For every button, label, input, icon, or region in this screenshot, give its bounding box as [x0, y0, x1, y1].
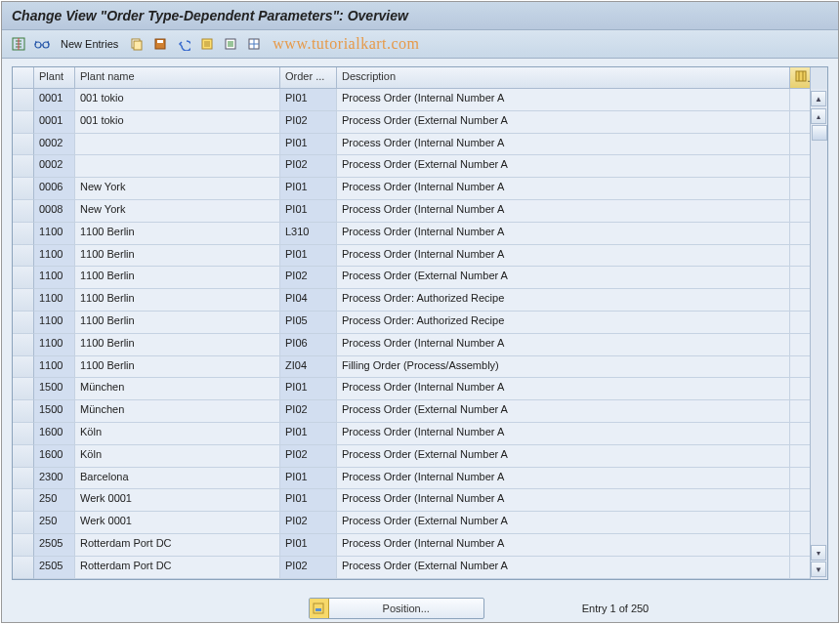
cell-plant[interactable]: 1500	[34, 400, 75, 423]
col-description[interactable]: Description	[337, 67, 790, 88]
table-settings-icon[interactable]	[245, 35, 263, 53]
cell-order[interactable]: PI01	[280, 178, 337, 200]
row-selector[interactable]	[13, 489, 34, 512]
cell-description[interactable]: Process Order (External Number A	[337, 111, 790, 134]
cell-order[interactable]: PI06	[280, 334, 337, 356]
row-selector[interactable]	[13, 200, 34, 223]
cell-plant[interactable]: 1100	[34, 267, 75, 289]
scroll-thumb[interactable]	[812, 125, 827, 141]
cell-plant-name[interactable]: 1100 Berlin	[75, 334, 280, 356]
cell-plant[interactable]: 250	[34, 489, 75, 512]
cell-plant-name[interactable]: 001 tokio	[75, 111, 280, 134]
cell-order[interactable]: ZI04	[280, 356, 337, 379]
cell-description[interactable]: Process Order (Internal Number A	[337, 334, 790, 356]
cell-plant-name[interactable]: Köln	[75, 445, 280, 468]
cell-order[interactable]: PI02	[280, 111, 337, 134]
delimit-icon[interactable]	[222, 35, 239, 53]
scroll-top-icon[interactable]: ▲	[811, 91, 826, 106]
cell-plant-name[interactable]: Werk 0001	[75, 489, 280, 512]
row-selector[interactable]	[13, 356, 34, 379]
cell-plant-name[interactable]: Werk 0001	[75, 512, 280, 534]
row-selector[interactable]	[13, 423, 34, 445]
cell-description[interactable]: Process Order (External Number A	[337, 557, 790, 579]
table-row[interactable]: 2505Rotterdam Port DCPI01Process Order (…	[13, 534, 810, 557]
col-plant-name[interactable]: Plant name	[75, 67, 280, 88]
cell-plant-name[interactable]: Barcelona	[75, 468, 280, 490]
table-row[interactable]: 11001100 BerlinL310Process Order (Intern…	[13, 223, 810, 245]
table-row[interactable]: 1500MünchenPI02Process Order (External N…	[13, 400, 810, 423]
cell-plant[interactable]: 1100	[34, 223, 75, 245]
cell-order[interactable]: PI01	[280, 134, 337, 156]
cell-description[interactable]: Filling Order (Process/Assembly)	[337, 356, 790, 379]
row-selector[interactable]	[13, 289, 34, 312]
cell-description[interactable]: Process Order (Internal Number A	[337, 378, 790, 400]
cell-description[interactable]: Process Order (Internal Number A	[337, 245, 790, 268]
cell-order[interactable]: PI02	[280, 267, 337, 289]
cell-plant-name[interactable]: Rotterdam Port DC	[75, 557, 280, 579]
row-selector[interactable]	[13, 334, 34, 356]
table-row[interactable]: 1600KölnPI01Process Order (Internal Numb…	[13, 423, 810, 445]
cell-plant-name[interactable]: Rotterdam Port DC	[75, 534, 280, 557]
row-selector[interactable]	[13, 378, 34, 400]
cell-order[interactable]: PI01	[280, 489, 337, 512]
cell-description[interactable]: Process Order (Internal Number A	[337, 423, 790, 445]
cell-plant[interactable]: 1600	[34, 445, 75, 468]
cell-description[interactable]: Process Order (Internal Number A	[337, 200, 790, 223]
cell-plant-name[interactable]: München	[75, 400, 280, 423]
cell-description[interactable]: Process Order: Authorized Recipe	[337, 312, 790, 334]
cell-plant-name[interactable]: 1100 Berlin	[75, 312, 280, 334]
undo-icon[interactable]	[175, 35, 192, 53]
table-row[interactable]: 250Werk 0001PI02Process Order (External …	[13, 512, 810, 534]
cell-order[interactable]: PI04	[280, 289, 337, 312]
cell-plant[interactable]: 0008	[34, 200, 75, 223]
cell-description[interactable]: Process Order (Internal Number A	[337, 89, 790, 111]
cell-order[interactable]: PI01	[280, 200, 337, 223]
new-entries-button[interactable]: New Entries	[57, 34, 122, 54]
cell-plant[interactable]: 1100	[34, 289, 75, 312]
scroll-bottom-icon[interactable]: ▼	[811, 562, 826, 577]
row-selector[interactable]	[13, 400, 34, 423]
cell-plant[interactable]: 1100	[34, 356, 75, 379]
col-order[interactable]: Order ...	[280, 67, 337, 88]
cell-description[interactable]: Process Order (Internal Number A	[337, 134, 790, 156]
cell-plant-name[interactable]: 1100 Berlin	[75, 289, 280, 312]
cell-description[interactable]: Process Order (External Number A	[337, 512, 790, 534]
cell-plant[interactable]: 1500	[34, 378, 75, 400]
row-selector[interactable]	[13, 89, 34, 111]
cell-description[interactable]: Process Order (Internal Number A	[337, 534, 790, 557]
table-row[interactable]: 11001100 BerlinZI04Filling Order (Proces…	[13, 356, 810, 379]
cell-plant-name[interactable]: 1100 Berlin	[75, 245, 280, 268]
table-row[interactable]: 0006New YorkPI01Process Order (Internal …	[13, 178, 810, 200]
row-selector[interactable]	[13, 534, 34, 557]
row-selector[interactable]	[13, 267, 34, 289]
cell-plant[interactable]: 1600	[34, 423, 75, 445]
cell-description[interactable]: Process Order (External Number A	[337, 267, 790, 289]
table-row[interactable]: 0002PI02Process Order (External Number A	[13, 155, 810, 178]
cell-order[interactable]: PI02	[280, 445, 337, 468]
cell-plant-name[interactable]: 001 tokio	[75, 89, 280, 111]
position-button[interactable]: Position...	[309, 598, 484, 619]
cell-plant[interactable]: 0002	[34, 134, 75, 156]
table-row[interactable]: 0002PI01Process Order (Internal Number A	[13, 134, 810, 156]
copy-icon[interactable]	[128, 35, 146, 53]
table-row[interactable]: 2505Rotterdam Port DCPI02Process Order (…	[13, 557, 810, 579]
table-row[interactable]: 2300BarcelonaPI01Process Order (Internal…	[13, 468, 810, 490]
cell-description[interactable]: Process Order (Internal Number A	[337, 468, 790, 490]
cell-plant[interactable]: 1100	[34, 245, 75, 268]
cell-plant-name[interactable]: New York	[75, 200, 280, 223]
table-row[interactable]: 11001100 BerlinPI05Process Order: Author…	[13, 312, 810, 334]
row-selector[interactable]	[13, 178, 34, 200]
row-selector[interactable]	[13, 512, 34, 534]
cell-order[interactable]: PI01	[280, 423, 337, 445]
cell-plant[interactable]: 2505	[34, 534, 75, 557]
cell-plant[interactable]: 1100	[34, 312, 75, 334]
row-selector[interactable]	[13, 155, 34, 178]
cell-description[interactable]: Process Order (External Number A	[337, 400, 790, 423]
cell-order[interactable]: PI01	[280, 534, 337, 557]
table-row[interactable]: 11001100 BerlinPI04Process Order: Author…	[13, 289, 810, 312]
row-selector[interactable]	[13, 557, 34, 579]
cell-plant-name[interactable]: Köln	[75, 423, 280, 445]
cell-plant-name[interactable]: 1100 Berlin	[75, 223, 280, 245]
cell-order[interactable]: PI01	[280, 468, 337, 490]
cell-plant[interactable]: 250	[34, 512, 75, 534]
